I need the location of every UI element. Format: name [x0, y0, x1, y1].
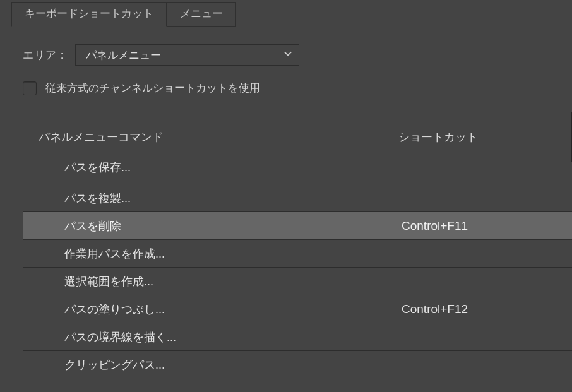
table-left-border	[23, 181, 23, 392]
row-shortcut: Control+F11	[383, 219, 572, 233]
area-label: エリア :	[23, 48, 64, 62]
area-select[interactable]: パネルメニュー	[75, 44, 299, 66]
column-header-command[interactable]: パネルメニューコマンド	[23, 112, 383, 162]
tab-divider	[0, 27, 572, 27]
table-row[interactable]: パスを保存...	[23, 170, 572, 184]
column-header-shortcut[interactable]: ショートカット	[383, 112, 572, 162]
row-command: クリッピングパス...	[23, 357, 383, 372]
row-command: 作業用パスを作成...	[23, 246, 383, 261]
table-row[interactable]: クリッピングパス...	[23, 351, 572, 379]
area-select-value: パネルメニュー	[86, 48, 161, 62]
table-row[interactable]: 選択範囲を作成...	[23, 268, 572, 295]
legacy-label: 従来方式のチャンネルショートカットを使用	[45, 81, 260, 95]
row-command: パスの境界線を描く...	[23, 330, 383, 345]
row-command: 選択範囲を作成...	[23, 274, 383, 289]
tab-keyboard-shortcuts[interactable]: キーボードショートカット	[11, 2, 167, 27]
tab-menus[interactable]: メニュー	[167, 2, 236, 27]
row-shortcut: Control+F12	[383, 302, 572, 316]
chevron-down-icon	[283, 49, 292, 61]
table-row[interactable]: パスの塗りつぶし... Control+F12	[23, 295, 572, 323]
row-command: パスの塗りつぶし...	[23, 302, 383, 317]
table-row[interactable]: パスを削除 Control+F11	[23, 212, 572, 240]
row-command: パスを複製...	[23, 191, 383, 206]
row-command: パスを保存...	[64, 161, 131, 174]
row-command: パスを削除	[23, 218, 383, 234]
table-row[interactable]: パスの境界線を描く...	[23, 323, 572, 351]
table-row[interactable]: パスを複製...	[23, 184, 572, 212]
table-row[interactable]: 作業用パスを作成...	[23, 240, 572, 268]
legacy-checkbox[interactable]	[23, 81, 37, 95]
